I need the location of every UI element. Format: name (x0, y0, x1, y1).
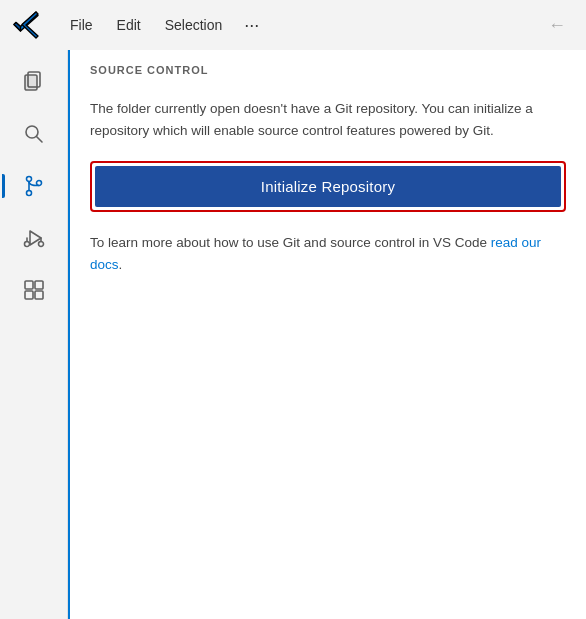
vscode-logo-icon (12, 9, 44, 41)
more-menu[interactable]: ··· (236, 11, 267, 40)
file-menu[interactable]: File (60, 13, 103, 37)
activity-bar (0, 50, 68, 619)
learn-more-prefix: To learn more about how to use Git and s… (90, 235, 491, 250)
titlebar: File Edit Selection ··· ← (0, 0, 586, 50)
source-control-panel: SOURCE CONTROL The folder currently open… (68, 50, 586, 619)
menu-bar: File Edit Selection ··· (60, 11, 267, 40)
sidebar-item-run-debug[interactable] (10, 214, 58, 262)
svg-rect-16 (35, 291, 43, 299)
svg-rect-1 (25, 75, 37, 90)
selection-menu[interactable]: Selection (155, 13, 233, 37)
svg-rect-14 (35, 281, 43, 289)
sidebar-item-explorer[interactable] (10, 58, 58, 106)
panel-header: SOURCE CONTROL (70, 50, 586, 86)
svg-rect-13 (25, 281, 33, 289)
svg-line-3 (36, 137, 42, 143)
sidebar-item-extensions[interactable] (10, 266, 58, 314)
main-layout: SOURCE CONTROL The folder currently open… (0, 50, 586, 619)
svg-rect-15 (25, 291, 33, 299)
panel-content: The folder currently open doesn't have a… (70, 86, 586, 619)
back-arrow-icon[interactable]: ← (540, 11, 574, 40)
learn-more-suffix: . (119, 257, 123, 272)
initialize-repository-button[interactable]: Initialize Repository (95, 166, 561, 207)
sidebar-item-search[interactable] (10, 110, 58, 158)
info-text: The folder currently open doesn't have a… (90, 98, 566, 141)
learn-more-text: To learn more about how to use Git and s… (90, 232, 566, 275)
initialize-button-wrapper: Initialize Repository (90, 161, 566, 212)
sidebar-item-source-control[interactable] (10, 162, 58, 210)
edit-menu[interactable]: Edit (107, 13, 151, 37)
